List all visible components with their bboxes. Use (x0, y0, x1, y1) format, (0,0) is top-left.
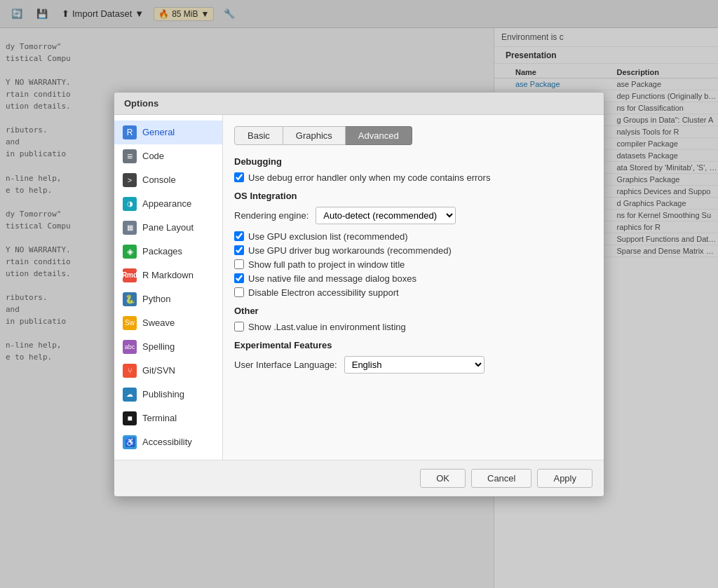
last-value-checkbox[interactable] (234, 322, 244, 331)
dialog-footer: OK Cancel Apply (114, 460, 604, 496)
native-dialogs-label: Use native file and message dialog boxes (248, 273, 416, 284)
sidebar-item-python[interactable]: 🐍 Python (114, 287, 222, 311)
gpu-exclusion-row: Use GPU exclusion list (recommended) (234, 231, 592, 242)
other-section: Other Show .Last.value in environment li… (234, 306, 592, 336)
native-dialogs-checkbox[interactable] (234, 273, 244, 283)
pane-layout-icon: ▦ (123, 221, 137, 235)
rendering-label: Rendering engine: (234, 210, 309, 221)
dialog-overlay: Options R General ≡ Code > Console ◑ (0, 0, 718, 588)
sidebar-item-publishing[interactable]: ☁ Publishing (114, 383, 222, 406)
electron-accessibility-row: Disable Electron accessibility support (234, 287, 592, 298)
sidebar-item-sweave[interactable]: Sw Sweave (114, 311, 222, 335)
publishing-icon: ☁ (123, 388, 137, 402)
appearance-icon: ◑ (123, 197, 137, 211)
tab-graphics[interactable]: Graphics (283, 126, 346, 145)
sidebar-item-code[interactable]: ≡ Code (114, 144, 222, 168)
cancel-button[interactable]: Cancel (471, 469, 531, 488)
sidebar-item-appearance[interactable]: ◑ Appearance (114, 192, 222, 216)
apply-button[interactable]: Apply (537, 469, 592, 488)
sweave-icon: Sw (123, 316, 137, 330)
git-icon: ⑂ (123, 364, 137, 378)
electron-accessibility-checkbox[interactable] (234, 287, 244, 297)
language-select[interactable]: English French German Spanish Japanese K… (344, 356, 485, 374)
debug-handler-label: Use debug error handler only when my cod… (248, 172, 490, 183)
native-dialogs-row: Use native file and message dialog boxes (234, 273, 592, 284)
rendering-engine-row: Rendering engine: Auto-detect (recommend… (234, 207, 592, 224)
python-icon: 🐍 (123, 292, 137, 306)
language-row: User Interface Language: English French … (234, 356, 592, 374)
os-integration-section: OS Integration Rendering engine: Auto-de… (234, 191, 592, 301)
gpu-exclusion-label: Use GPU exclusion list (recommended) (248, 231, 408, 242)
console-icon: > (123, 173, 137, 187)
tab-basic[interactable]: Basic (234, 126, 283, 145)
gpu-driver-label: Use GPU driver bug workarounds (recommen… (248, 245, 452, 256)
debugging-section: Debugging Use debug error handler only w… (234, 156, 592, 186)
electron-accessibility-label: Disable Electron accessibility support (248, 287, 399, 298)
os-integration-title: OS Integration (234, 191, 592, 201)
rendering-engine-select[interactable]: Auto-detect (recommended) Desktop OpenGL… (316, 207, 456, 224)
last-value-row: Show .Last.value in environment listing (234, 322, 592, 332)
experimental-title: Experimental Features (234, 340, 592, 350)
accessibility-icon: ♿ (123, 435, 137, 449)
main-panel: Basic Graphics Advanced Debugging Use de… (223, 115, 604, 460)
ok-button[interactable]: OK (420, 469, 466, 488)
sidebar-item-pane-layout[interactable]: ▦ Pane Layout (114, 216, 222, 240)
terminal-icon: ■ (123, 411, 137, 425)
other-title: Other (234, 306, 592, 316)
gpu-exclusion-checkbox[interactable] (234, 231, 244, 241)
experimental-section: Experimental Features User Interface Lan… (234, 340, 592, 381)
sidebar-item-accessibility[interactable]: ♿ Accessibility (114, 430, 222, 454)
dialog-title: Options (114, 93, 604, 115)
sidebar-item-terminal[interactable]: ■ Terminal (114, 406, 222, 430)
general-icon: R (123, 125, 137, 139)
debug-handler-row: Use debug error handler only when my cod… (234, 172, 592, 183)
dialog-body: R General ≡ Code > Console ◑ Appearance … (114, 115, 604, 460)
sidebar-item-r-markdown[interactable]: Rmd R Markdown (114, 264, 222, 287)
sidebar-item-console[interactable]: > Console (114, 168, 222, 192)
code-icon: ≡ (123, 149, 137, 163)
sidebar-item-packages[interactable]: ◈ Packages (114, 240, 222, 264)
sidebar-item-git-svn[interactable]: ⑂ Git/SVN (114, 359, 222, 383)
full-path-checkbox[interactable] (234, 259, 244, 269)
full-path-row: Show full path to project in window titl… (234, 259, 592, 270)
sidebar-item-general[interactable]: R General (114, 121, 222, 144)
gpu-driver-row: Use GPU driver bug workarounds (recommen… (234, 245, 592, 256)
rmarkdown-icon: Rmd (123, 268, 137, 282)
sidebar-item-spelling[interactable]: abc Spelling (114, 335, 222, 359)
tab-advanced[interactable]: Advanced (346, 126, 412, 145)
debugging-title: Debugging (234, 156, 592, 167)
language-label: User Interface Language: (234, 360, 337, 370)
debug-handler-checkbox[interactable] (234, 172, 244, 182)
options-dialog: Options R General ≡ Code > Console ◑ (114, 92, 604, 497)
spelling-icon: abc (123, 340, 137, 354)
last-value-label: Show .Last.value in environment listing (248, 322, 406, 332)
tab-bar: Basic Graphics Advanced (234, 126, 592, 145)
gpu-driver-checkbox[interactable] (234, 245, 244, 255)
packages-icon: ◈ (123, 245, 137, 259)
full-path-label: Show full path to project in window titl… (248, 259, 405, 270)
sidebar-nav: R General ≡ Code > Console ◑ Appearance … (114, 115, 223, 460)
